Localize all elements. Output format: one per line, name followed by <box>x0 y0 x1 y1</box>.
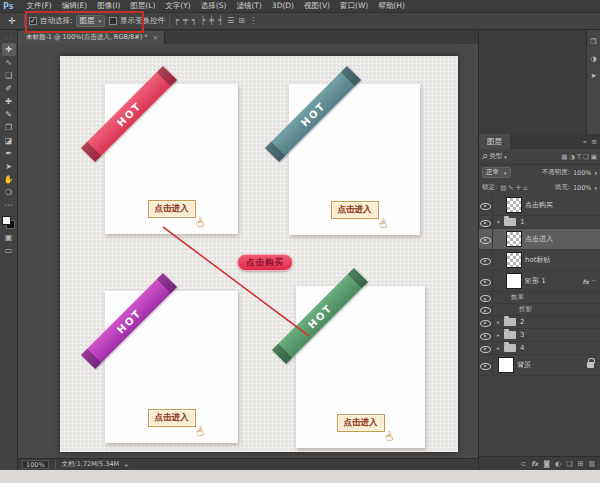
quick-mask-icon[interactable]: ▣ <box>5 233 13 242</box>
collapse-panel-icon[interactable]: « <box>583 138 587 146</box>
align-icon-8[interactable]: ⋮ <box>249 17 257 25</box>
eraser-tool[interactable]: ◪ <box>2 134 16 147</box>
path-selection-tool[interactable]: ➤ <box>2 160 16 173</box>
align-icon-6[interactable]: ☰ <box>227 17 234 25</box>
visibility-toggle[interactable] <box>479 271 493 291</box>
adjustment-layer-icon[interactable]: ◐ <box>555 460 561 468</box>
artboard[interactable]: HOT点击进入☝HOT点击进入☝HOT点击进入☝HOT点击进入☝ 点击购买 <box>60 56 458 452</box>
align-icon-0[interactable]: ╒ <box>174 17 179 25</box>
layer-row-7[interactable]: ▸2 <box>479 316 600 329</box>
align-icon-4[interactable]: ╪ <box>209 17 214 25</box>
menu-item-6[interactable]: 滤镜(T) <box>231 1 266 11</box>
lock-icon-0[interactable]: ▨ <box>500 184 506 192</box>
layer-row-3[interactable]: hot标贴 <box>479 250 600 271</box>
zoom-level-field[interactable]: 100% <box>22 460 49 469</box>
fx-collapse-icon[interactable]: ^ <box>591 278 596 285</box>
visibility-toggle[interactable] <box>479 250 493 270</box>
screen-mode-icon[interactable]: ▭ <box>5 246 13 255</box>
align-icon-1[interactable]: ╤ <box>183 17 188 25</box>
delete-layer-icon[interactable]: ▥ <box>588 460 595 468</box>
brush-panel-icon[interactable]: ➤ <box>591 72 597 80</box>
layer-row-5[interactable]: 效果 <box>479 292 600 304</box>
layer-row-10[interactable]: 背景 <box>479 355 600 376</box>
color-swatches[interactable] <box>2 216 15 229</box>
layer-mask-icon[interactable]: ◙ <box>543 460 550 468</box>
visibility-toggle[interactable] <box>479 216 493 228</box>
filter-icon-2[interactable]: T <box>577 153 581 161</box>
color-panel-icon[interactable]: ◑ <box>590 55 596 63</box>
zoom-tool[interactable]: ❍ <box>2 186 16 199</box>
align-icon-2[interactable]: ╕ <box>192 17 197 25</box>
blend-mode-dropdown[interactable]: 正常 ▾ <box>482 167 511 178</box>
enter-button-top-left[interactable]: 点击进入☝ <box>148 200 196 218</box>
healing-brush-tool[interactable]: ✚ <box>2 95 16 108</box>
layer-row-4[interactable]: 矩形 1fx^ <box>479 271 600 292</box>
align-icon-5[interactable]: ╡ <box>218 17 223 25</box>
disclosure-closed-icon[interactable]: ▸ <box>495 332 502 338</box>
show-transform-checkbox[interactable] <box>109 17 117 25</box>
disclosure-closed-icon[interactable]: ▸ <box>495 319 502 325</box>
layer-style-icon[interactable]: fx <box>531 460 538 468</box>
new-layer-icon[interactable]: ⊞ <box>578 460 584 468</box>
lock-icon-1[interactable]: ✎ <box>508 184 513 192</box>
align-icon-3[interactable]: ╞ <box>201 17 206 25</box>
document-tab[interactable]: 未标题-1 @ 100%(点击进入, RGB/8#) * × <box>18 31 165 44</box>
move-tool[interactable]: ✛ <box>2 43 16 56</box>
menu-item-0[interactable]: 文件(F) <box>21 1 56 11</box>
menu-item-3[interactable]: 图层(L) <box>125 1 160 11</box>
filter-icon-1[interactable]: ◑ <box>569 153 575 161</box>
visibility-toggle[interactable] <box>479 342 493 354</box>
visibility-toggle[interactable] <box>479 195 493 215</box>
crop-tool[interactable]: ❏ <box>2 69 16 82</box>
enter-button-bottom-right[interactable]: 点击进入☝ <box>337 414 385 432</box>
brush-tool[interactable]: ✎ <box>2 108 16 121</box>
tab-layers[interactable]: 图层 <box>479 134 510 149</box>
lock-icon-3[interactable]: ⌂ <box>523 184 527 192</box>
eyedropper-tool[interactable]: ✐ <box>2 82 16 95</box>
status-options-arrow[interactable]: ▸ <box>125 461 128 468</box>
hand-tool[interactable]: ✋ <box>2 173 16 186</box>
canvas-area[interactable]: HOT点击进入☝HOT点击进入☝HOT点击进入☝HOT点击进入☝ 点击购买 <box>18 44 478 458</box>
menu-item-7[interactable]: 3D(D) <box>267 1 299 11</box>
disclosure-open-icon[interactable]: ▾ <box>495 219 502 225</box>
menu-item-8[interactable]: 视图(V) <box>299 1 335 11</box>
visibility-toggle[interactable] <box>479 304 493 315</box>
enter-button-top-right[interactable]: 点击进入☝ <box>331 201 379 219</box>
more-tools-button[interactable]: ••• <box>4 202 13 208</box>
pen-tool[interactable]: ✒ <box>2 147 16 160</box>
panel-menu-icon[interactable]: ≡ <box>591 138 597 146</box>
menu-item-1[interactable]: 编辑(E) <box>57 1 93 11</box>
visibility-toggle[interactable] <box>479 329 493 341</box>
disclosure-closed-icon[interactable]: ▸ <box>495 345 502 351</box>
opacity-value[interactable]: 100% <box>573 169 592 177</box>
layer-row-9[interactable]: ▸4 <box>479 342 600 355</box>
new-group-icon[interactable]: ❏ <box>566 460 572 468</box>
visibility-toggle[interactable] <box>479 355 493 375</box>
close-icon[interactable]: × <box>153 34 159 42</box>
visibility-toggle[interactable] <box>479 229 493 249</box>
clone-stamp-tool[interactable]: ❐ <box>2 121 16 134</box>
layer-row-0[interactable]: 点击购买 <box>479 195 600 216</box>
buy-badge[interactable]: 点击购买 <box>237 254 293 271</box>
enter-button-bottom-left[interactable]: 点击进入☝ <box>148 409 196 427</box>
layer-row-2[interactable]: 点击进入 <box>479 229 600 250</box>
visibility-toggle[interactable] <box>479 292 493 303</box>
menu-item-10[interactable]: 帮助(H) <box>373 1 410 11</box>
lock-icon-2[interactable]: ✛ <box>516 184 521 192</box>
filter-icon-4[interactable]: ▣ <box>591 153 597 161</box>
lasso-tool[interactable]: ∿ <box>2 56 16 69</box>
menu-item-4[interactable]: 文字(Y) <box>160 1 195 11</box>
menu-item-2[interactable]: 图像(I) <box>92 1 125 11</box>
layer-row-1[interactable]: ▾1 <box>479 216 600 229</box>
layer-row-6[interactable]: 投影 <box>479 304 600 316</box>
menu-item-5[interactable]: 选择(S) <box>196 1 232 11</box>
auto-select-dropdown[interactable]: 图层 ▾ <box>76 15 106 27</box>
history-panel-icon[interactable]: ❐ <box>590 38 596 46</box>
visibility-toggle[interactable] <box>479 316 493 328</box>
foreground-color-swatch[interactable] <box>2 216 11 225</box>
layer-row-8[interactable]: ▸3 <box>479 329 600 342</box>
auto-select-checkbox[interactable]: ✓ <box>29 17 37 25</box>
fill-value[interactable]: 100% <box>573 184 592 192</box>
link-layers-icon[interactable]: ⊂ <box>520 460 526 468</box>
filter-icon-0[interactable]: ▦ <box>561 153 567 161</box>
